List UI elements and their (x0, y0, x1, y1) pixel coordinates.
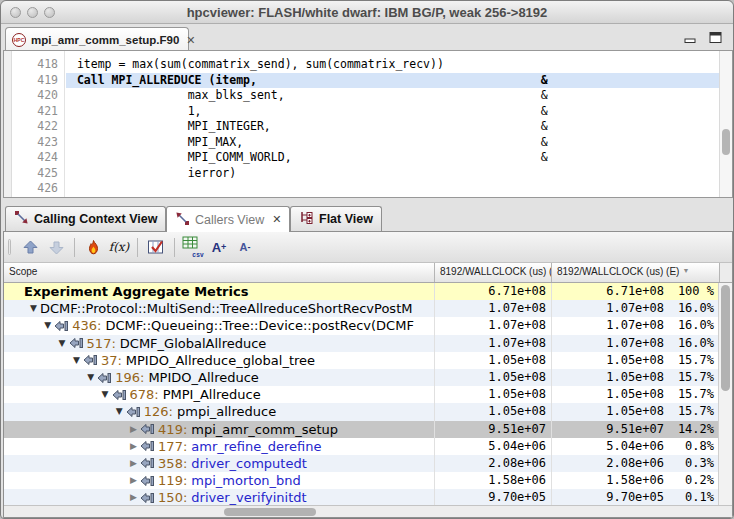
scope-tree-row[interactable]: ▼678:PMPI_Allreduce1.05e+081.05e+0815.7% (4, 386, 719, 403)
hpcviewer-window: hpcviewer: FLASH/white dwarf: IBM BG/P, … (0, 0, 734, 519)
scope-name[interactable]: driver_computedt (191, 455, 306, 472)
toolbar-separator (74, 238, 75, 257)
scope-cell: ▶119:mpi_morton_bnd (4, 472, 435, 489)
callsite-line-number: 436: (72, 317, 101, 334)
scope-tree-row[interactable]: ▼126:pmpi_allreduce1.05e+081.05e+0815.7% (4, 403, 719, 420)
editor-scrollbar-thumb[interactable] (722, 129, 730, 155)
export-csv-icon[interactable]: csv (182, 236, 204, 258)
horizontal-scrollbar-thumb[interactable] (224, 508, 316, 516)
inclusive-metric-cell: 6.71e+08 (435, 283, 552, 300)
exclusive-percent-cell: 15.7% (664, 386, 718, 403)
callsite-icon (69, 337, 84, 349)
aggregate-metrics-row[interactable]: Experiment Aggregate Metrics6.71e+086.71… (4, 283, 719, 300)
column-selector-icon[interactable] (145, 236, 167, 258)
exclusive-percent-cell: 0.1% (664, 489, 718, 506)
table-vertical-scrollbar[interactable] (718, 283, 732, 507)
callers-icon (175, 211, 190, 229)
maximize-view-icon[interactable] (708, 31, 723, 44)
scope-cell: ▶419:mpi_amr_comm_setup (4, 421, 435, 438)
exclusive-metric-cell: 1.07e+08 (552, 317, 664, 334)
expand-triangle-icon[interactable]: ▶ (130, 455, 140, 472)
exclusive-metric-cell: 5.04e+06 (552, 438, 664, 455)
toolbar-separator (174, 238, 175, 257)
exclusive-metric-cell: 1.58e+06 (552, 472, 664, 489)
callsite-line-number: 678: (130, 386, 159, 403)
line-number: 424 (37, 150, 58, 166)
view-tab-label: Flat View (319, 212, 373, 226)
exclusive-percent-cell: 0.2% (664, 472, 718, 489)
expand-triangle-icon[interactable]: ▶ (130, 472, 140, 489)
editor-vertical-scrollbar[interactable] (719, 51, 732, 197)
exclusive-metric-cell: 2.08e+06 (552, 455, 664, 472)
collapse-triangle-icon[interactable]: ▼ (73, 352, 83, 369)
annotation-ruler (4, 51, 12, 197)
hot-path-flame-icon[interactable] (82, 236, 104, 258)
toolbar-drag-handle[interactable] (8, 239, 11, 255)
font-smaller-icon[interactable]: A- (234, 236, 256, 258)
metric-table-body: Experiment Aggregate Metrics6.71e+086.71… (4, 283, 719, 507)
callsite-line-number: 419: (158, 421, 187, 438)
table-horizontal-scrollbar[interactable] (4, 505, 732, 517)
collapse-triangle-icon[interactable]: ▼ (87, 369, 97, 386)
inclusive-metric-cell: 1.05e+08 (435, 369, 552, 386)
column-header-inclusive[interactable]: 8192/WALLCLOCK (us) (I) (435, 263, 552, 282)
exclusive-metric-cell: 6.71e+08 (552, 283, 664, 300)
collapse-triangle-icon[interactable]: ▼ (30, 300, 40, 317)
scope-tree-row[interactable]: ▼196:MPIDO_Allreduce1.05e+081.05e+0815.7… (4, 369, 719, 386)
scope-tree-row[interactable]: ▶150:driver_verifyinitdt9.70e+059.70e+05… (4, 489, 719, 506)
expand-triangle-icon[interactable]: ▶ (130, 438, 140, 455)
table-scrollbar-thumb[interactable] (721, 285, 730, 391)
code-area: itemp = max(sum(commatrix_send), sum(com… (66, 51, 719, 197)
collapse-triangle-icon[interactable]: ▼ (59, 335, 69, 352)
scope-tree-row[interactable]: ▶419:mpi_amr_comm_setup9.51e+079.51e+071… (4, 421, 719, 438)
exclusive-metric-cell: 1.05e+08 (552, 369, 664, 386)
exclusive-percent-cell: 15.7% (664, 352, 718, 369)
close-view-icon[interactable]: ✕ (272, 213, 281, 226)
collapse-triangle-icon[interactable]: ▼ (44, 317, 54, 334)
scope-tree-row[interactable]: ▶358:driver_computedt2.08e+062.08e+060.3… (4, 455, 719, 472)
collapse-triangle-icon[interactable]: ▼ (116, 403, 126, 420)
callsite-icon (140, 423, 155, 435)
inclusive-metric-cell: 5.04e+06 (435, 438, 552, 455)
scope-tree-row[interactable]: ▼37:MPIDO_Allreduce_global_tree1.05e+081… (4, 352, 719, 369)
inclusive-metric-cell: 9.51e+07 (435, 421, 552, 438)
scope-tree-row[interactable]: ▼DCMF::Protocol::MultiSend::TreeAllreduc… (4, 300, 719, 317)
zoom-out-arrow-icon[interactable] (45, 236, 67, 258)
tab-source-file[interactable]: HPC mpi_amr_comm_setup.F90 ✕ (5, 27, 189, 52)
expand-triangle-icon[interactable]: ▶ (130, 489, 140, 506)
scope-name: MPIDO_Allreduce_global_tree (126, 352, 315, 369)
scope-tree-row[interactable]: ▼517:DCMF_GlobalAllreduce1.07e+081.07e+0… (4, 335, 719, 352)
close-tab-icon[interactable]: ✕ (186, 34, 195, 47)
scope-tree-row[interactable]: ▶119:mpi_morton_bnd1.58e+061.58e+060.2% (4, 472, 719, 489)
scope-tree-row[interactable]: ▼436:DCMF::Queueing::Tree::Device::postR… (4, 317, 719, 334)
callers-view-panel: f(x) (3, 231, 733, 518)
collapse-triangle-icon[interactable]: ▼ (102, 386, 112, 403)
exclusive-percent-cell: 0.8% (664, 438, 718, 455)
view-tab-flat-view[interactable]: Flat View (290, 206, 382, 231)
callsite-icon (54, 320, 69, 332)
exclusive-percent-cell: 16.0% (664, 317, 718, 334)
code-line: 1, & (70, 104, 548, 120)
derived-metric-fx-icon[interactable]: f(x) (108, 236, 130, 258)
scope-tree-row[interactable]: ▶177:amr_refine_derefine5.04e+065.04e+06… (4, 438, 719, 455)
scope-name[interactable]: amr_refine_derefine (191, 438, 321, 455)
flat-icon (299, 210, 314, 228)
scope-name[interactable]: mpi_morton_bnd (191, 472, 301, 489)
view-tab-calling-context-view[interactable]: Calling Context View (5, 206, 166, 231)
exclusive-metric-cell: 1.05e+08 (552, 352, 664, 369)
exclusive-metric-cell: 1.07e+08 (552, 300, 664, 317)
exclusive-percent-cell: 14.2% (664, 421, 718, 438)
inclusive-metric-cell: 1.05e+08 (435, 386, 552, 403)
scope-name[interactable]: driver_verifyinitdt (191, 489, 306, 506)
column-header-scope[interactable]: Scope (4, 263, 435, 282)
callsite-line-number: 150: (158, 489, 187, 506)
view-tab-callers-view[interactable]: Callers View✕ (166, 206, 290, 232)
scope-cell: ▼196:MPIDO_Allreduce (4, 369, 435, 386)
zoom-in-arrow-icon[interactable] (19, 236, 41, 258)
minimize-view-icon[interactable] (683, 31, 698, 44)
expand-triangle-icon[interactable]: ▶ (130, 421, 140, 438)
code-line: itemp = max(sum(commatrix_send), sum(com… (70, 57, 444, 73)
code-line: Call MPI_ALLREDUCE (itemp, & (70, 73, 548, 89)
font-bigger-icon[interactable]: A+ (208, 236, 230, 258)
column-header-exclusive[interactable]: 8192/WALLCLOCK (us) (E) ▼ (552, 263, 719, 282)
